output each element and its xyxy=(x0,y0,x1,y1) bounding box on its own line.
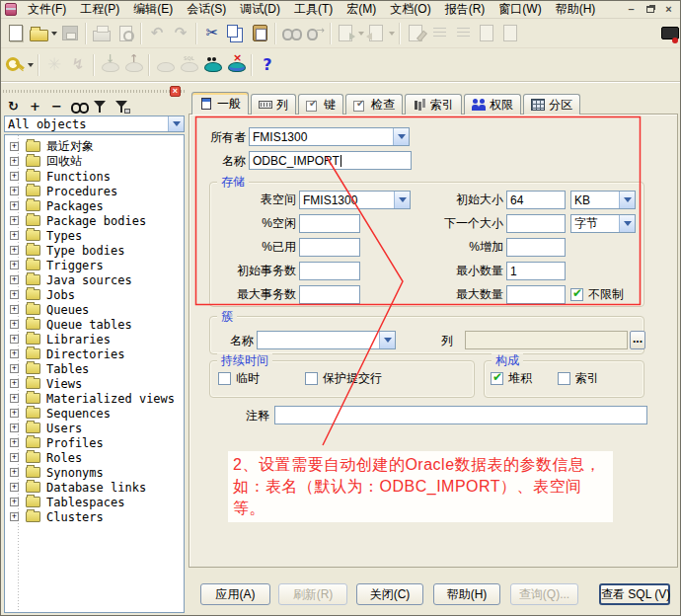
chevron-down-icon[interactable] xyxy=(379,332,395,348)
chevron-down-icon[interactable] xyxy=(393,128,409,145)
pct-increase-label: %增加 xyxy=(416,238,503,257)
next-size-label: 下一个大小 xyxy=(416,214,503,233)
pct-increase-input[interactable] xyxy=(506,238,566,257)
comment-input[interactable] xyxy=(274,406,647,424)
indexes-tab-icon xyxy=(413,99,426,111)
tab-label: 分区 xyxy=(549,97,572,114)
unlimited-checkbox[interactable]: 不限制 xyxy=(570,287,624,302)
cluster-name-label: 名称 xyxy=(209,332,254,350)
temporary-checkbox[interactable]: 临时 xyxy=(218,371,260,386)
pct-used-label: %已用 xyxy=(211,238,296,257)
tab-label: 索引 xyxy=(430,97,454,114)
chevron-down-icon[interactable] xyxy=(394,192,410,208)
tab-partitions[interactable]: 分区 xyxy=(523,94,580,115)
next-size-unit-value: 字节 xyxy=(574,215,598,232)
checkbox-icon xyxy=(305,372,318,385)
min-extents-input[interactable]: 1 xyxy=(506,262,566,280)
annotation-step-text: 2、设置需要自动创建的Oracle数据表的参数信息，如：表名（默认为：ODBC_… xyxy=(228,451,613,522)
max-extents-input[interactable] xyxy=(506,285,566,304)
cluster-columns-browse-button[interactable]: ... xyxy=(630,331,645,349)
tab-label: 一般 xyxy=(217,96,241,113)
privileges-tab-icon xyxy=(472,99,486,111)
min-extents-label: 最小数量 xyxy=(416,262,503,280)
tab-indexes[interactable]: 索引 xyxy=(405,94,462,115)
chevron-down-icon[interactable] xyxy=(619,215,635,232)
tab-label: 键 xyxy=(324,97,336,114)
chevron-down-icon[interactable] xyxy=(619,192,635,208)
max-transactions-input[interactable] xyxy=(299,285,360,304)
initial-size-unit-value: KB xyxy=(574,193,590,207)
checks-tab-icon xyxy=(353,99,367,111)
columns-tab-icon xyxy=(259,99,272,111)
keys-tab-icon xyxy=(306,99,320,111)
duration-group-title: 持续时间 xyxy=(217,353,272,367)
tablespace-label: 表空间 xyxy=(211,191,296,209)
app-window: 文件(F)工程(P)编辑(E)会话(S)调试(D)工具(T)宏(M)文档(O)报… xyxy=(0,0,681,616)
checkbox-icon xyxy=(558,372,570,385)
initial-transactions-label: 初始事务数 xyxy=(211,262,296,280)
next-size-input[interactable] xyxy=(506,214,566,233)
checkbox-icon xyxy=(218,372,231,385)
owner-dropdown[interactable]: FMIS1300 xyxy=(249,127,410,146)
storage-group-title: 存储 xyxy=(217,175,249,189)
preserve-rows-checkbox-label: 保护提交行 xyxy=(323,370,382,387)
general-tab-icon xyxy=(199,98,213,110)
pct-free-label: %空闲 xyxy=(211,214,296,233)
owner-label: 所有者 xyxy=(196,128,246,147)
initial-size-input[interactable]: 64 xyxy=(506,191,566,209)
cluster-columns-input xyxy=(465,331,628,349)
table-name-value: ODBC_IMPORT xyxy=(253,154,340,168)
tab-bar: 一般列键检查索引权限分区 xyxy=(191,92,582,115)
cluster-columns-label: 列 xyxy=(416,332,453,350)
temporary-checkbox-label: 临时 xyxy=(236,370,260,387)
tab-general[interactable]: 一般 xyxy=(191,92,249,115)
organization-group-title: 构成 xyxy=(492,353,523,367)
next-size-unit-dropdown[interactable]: 字节 xyxy=(570,214,636,233)
index-org-checkbox-label: 索引 xyxy=(575,370,599,387)
tablespace-dropdown[interactable]: FMIS1300 xyxy=(299,191,411,209)
heap-checkbox[interactable]: 堆积 xyxy=(491,371,532,386)
tab-checks[interactable]: 检查 xyxy=(345,94,403,115)
tab-label: 检查 xyxy=(371,97,395,114)
checkbox-icon xyxy=(570,288,583,301)
heap-checkbox-label: 堆积 xyxy=(508,370,532,387)
tab-keys[interactable]: 键 xyxy=(298,94,343,115)
comment-label: 注释 xyxy=(230,407,269,425)
partitions-tab-icon xyxy=(531,99,545,111)
tab-label: 权限 xyxy=(490,97,513,114)
preserve-rows-checkbox[interactable]: 保护提交行 xyxy=(305,371,382,386)
owner-value: FMIS1300 xyxy=(253,130,307,144)
cluster-group-title: 簇 xyxy=(217,309,237,323)
table-name-label: 名称 xyxy=(196,152,246,171)
initial-size-unit-dropdown[interactable]: KB xyxy=(570,191,636,209)
pct-free-input[interactable] xyxy=(299,214,360,233)
checkbox-icon xyxy=(491,372,503,385)
tab-label: 列 xyxy=(276,97,288,114)
initial-size-label: 初始大小 xyxy=(416,191,503,209)
index-org-checkbox[interactable]: 索引 xyxy=(558,371,599,386)
pct-used-input[interactable] xyxy=(299,238,360,257)
text-caret xyxy=(340,155,341,167)
tab-columns[interactable]: 列 xyxy=(251,94,296,115)
unlimited-checkbox-label: 不限制 xyxy=(588,286,624,303)
table-name-input[interactable]: ODBC_IMPORT xyxy=(249,151,412,170)
max-transactions-label: 最大事务数 xyxy=(211,285,296,304)
cluster-name-dropdown[interactable] xyxy=(257,331,396,349)
tablespace-value: FMIS1300 xyxy=(303,193,357,207)
max-extents-label: 最大数量 xyxy=(416,285,503,304)
tab-privileges[interactable]: 权限 xyxy=(464,94,521,115)
initial-transactions-input[interactable] xyxy=(299,262,360,280)
